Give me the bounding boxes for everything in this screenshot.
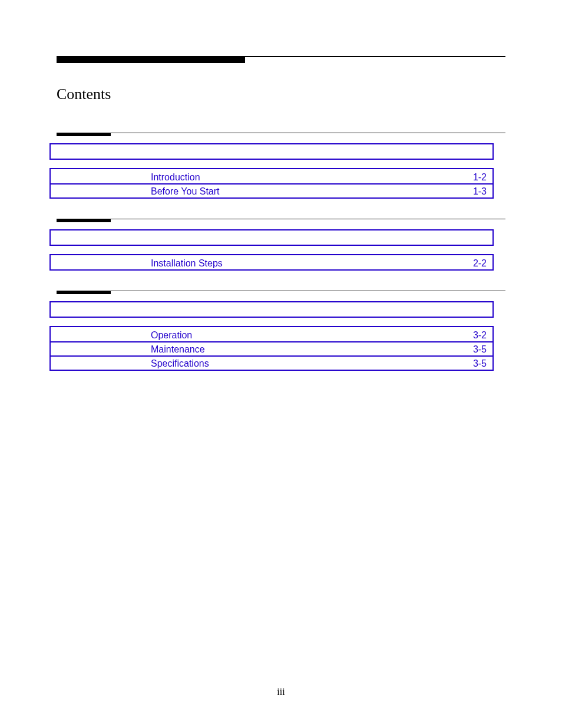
toc-entry-group: Introduction 1-2 Before You Start 1-3 [49,168,494,199]
section-divider-accent [57,219,111,222]
section-divider [57,133,505,133]
page-number: iii [0,687,562,697]
chapter-title-box[interactable] [49,301,494,318]
toc-entry-label: Before You Start [151,186,220,197]
toc-entry-group: Operation 3-2 Maintenance 3-5 Specificat… [49,326,494,371]
toc-entry-page: 1-2 [473,172,487,183]
section-divider-accent [57,133,111,136]
toc-entry[interactable]: Introduction 1-2 [51,169,492,183]
toc-entry[interactable]: Installation Steps 2-2 [51,255,492,269]
chapter-title-box[interactable] [49,229,494,246]
section-divider [57,219,505,219]
toc-entry-page: 3-2 [473,330,487,341]
page: Contents Introduction 1-2 Before You Sta… [0,0,562,371]
toc-entry-label: Introduction [151,172,200,183]
toc-entry-page: 3-5 [473,358,487,370]
toc-entry-label: Operation [151,330,192,341]
toc-entry-group: Installation Steps 2-2 [49,254,494,271]
toc-entry-page: 3-5 [473,344,487,355]
toc-section: Installation Steps 2-2 [35,219,527,271]
toc-entry-page: 1-3 [473,186,487,197]
toc-entry-label: Installation Steps [151,258,223,269]
header-black-bar [57,56,245,63]
toc-entry[interactable]: Specifications 3-5 [51,355,492,370]
toc-entry[interactable]: Before You Start 1-3 [51,183,492,197]
section-divider [57,291,505,291]
toc-entry-label: Maintenance [151,344,205,355]
chapter-title-box[interactable] [49,143,494,160]
toc-entry-page: 2-2 [473,258,487,269]
toc-section: Introduction 1-2 Before You Start 1-3 [35,133,527,199]
toc-entry[interactable]: Maintenance 3-5 [51,341,492,355]
page-title: Contents [57,85,527,103]
toc-entry[interactable]: Operation 3-2 [51,327,492,341]
toc-section: Operation 3-2 Maintenance 3-5 Specificat… [35,291,527,371]
section-divider-accent [57,291,111,294]
toc-entry-label: Specifications [151,358,209,370]
